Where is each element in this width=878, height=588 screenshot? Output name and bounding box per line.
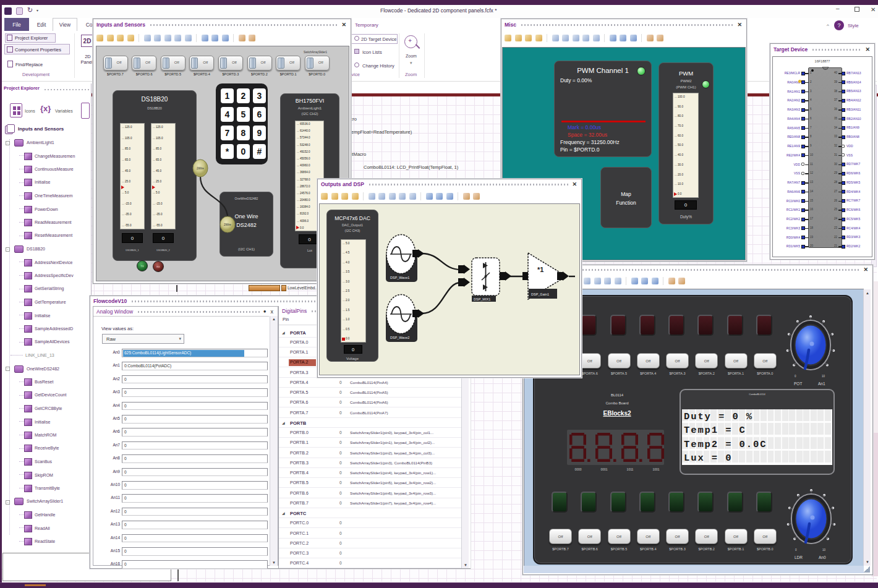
svg-text:An0: An0 <box>819 555 826 560</box>
svg-text:2Wire: 2Wire <box>197 167 204 170</box>
svg-text:2Wire: 2Wire <box>224 223 231 226</box>
svg-text:DSP_MIX1: DSP_MIX1 <box>474 297 490 301</box>
svg-text:0: 0 <box>795 548 797 552</box>
svg-text:DSP_Wave1: DSP_Wave1 <box>390 276 409 279</box>
svg-text:DSP_Gain1: DSP_Gain1 <box>531 292 549 296</box>
svg-text:An1: An1 <box>818 381 825 386</box>
svg-text:*1: *1 <box>537 266 543 273</box>
svg-text:POT: POT <box>794 381 802 386</box>
svg-text:LDR: LDR <box>795 555 803 560</box>
svg-text:10: 10 <box>822 375 825 378</box>
svg-text:10: 10 <box>822 548 826 552</box>
svg-text:0: 0 <box>795 375 796 378</box>
svg-text:DSP_Wave2: DSP_Wave2 <box>390 336 409 339</box>
